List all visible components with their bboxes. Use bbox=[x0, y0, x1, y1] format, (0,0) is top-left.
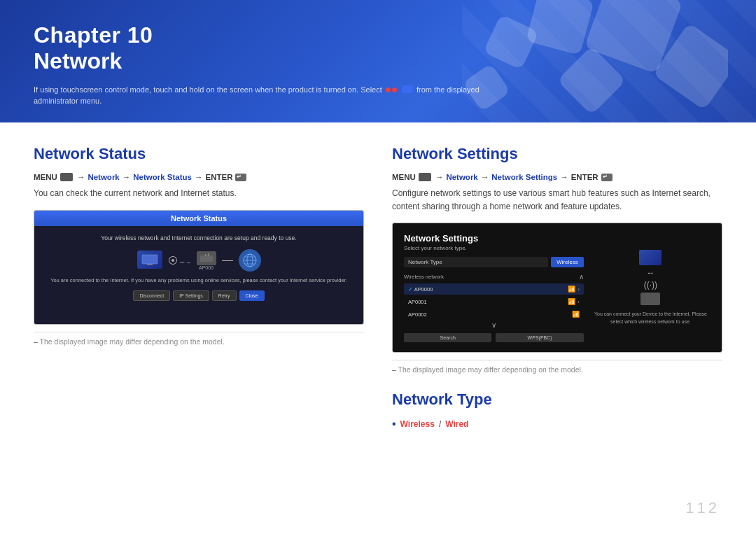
tv-icon bbox=[137, 251, 162, 269]
network-settings-title: Network Settings bbox=[392, 145, 722, 163]
router-icon bbox=[197, 251, 216, 265]
note-divider-right bbox=[392, 360, 722, 360]
svg-rect-0 bbox=[142, 255, 158, 264]
network-settings-menu-path: MENU → Network → Network Settings → ENTE… bbox=[392, 173, 722, 181]
menu-settings-item: Network Settings bbox=[491, 173, 557, 181]
bullet-separator: / bbox=[439, 419, 441, 429]
network-settings-desc: Configure network settings to use variou… bbox=[392, 187, 722, 213]
ns-wireless-label: Wireless network ∧ bbox=[404, 273, 584, 281]
ns-left-panel: Network Settings Select your network typ… bbox=[404, 233, 584, 342]
network-status-section: Network Status MENU → Network → Network … bbox=[34, 145, 364, 430]
svg-rect-4 bbox=[208, 253, 209, 256]
wps-btn[interactable]: WPS(PBC) bbox=[496, 333, 583, 342]
arrow-icon-1: › bbox=[578, 299, 580, 305]
header-banner: Chapter 10 Network If using touchscreen … bbox=[0, 0, 756, 122]
network-type-section: Network Type • Wireless / Wired bbox=[392, 391, 722, 430]
enter-label-r: ENTER bbox=[571, 173, 598, 181]
ip-settings-btn[interactable]: IP Settings bbox=[173, 290, 209, 301]
header-desc-text: If using touchscreen control mode, touch… bbox=[34, 85, 382, 94]
globe-icon bbox=[239, 249, 261, 272]
menu-label-r: MENU bbox=[392, 173, 416, 181]
chapter-number: 10 bbox=[127, 22, 153, 48]
network-status-desc: You can check the current network and In… bbox=[34, 187, 364, 200]
wifi-waves: ⦿ ∼ ∼ bbox=[168, 255, 191, 266]
tv-device bbox=[137, 251, 162, 270]
network-type-bullet: • Wireless / Wired bbox=[392, 419, 722, 430]
menu-box-icon bbox=[60, 173, 73, 181]
red-dot-1 bbox=[386, 87, 391, 92]
ap-item-1[interactable]: AP0001 📶 › bbox=[404, 296, 584, 307]
ap-item-0[interactable]: AP0000 📶 › bbox=[404, 283, 584, 295]
arrow-3: → bbox=[195, 173, 203, 181]
connection-line bbox=[222, 260, 233, 262]
ns-router-icon bbox=[640, 293, 660, 305]
enter-icon bbox=[235, 174, 246, 181]
chapter-word: Chapter bbox=[34, 22, 120, 48]
svg-rect-2 bbox=[200, 255, 213, 262]
page-number: 112 bbox=[685, 499, 720, 517]
network-settings-section: Network Settings MENU → Network → Networ… bbox=[392, 145, 722, 430]
screenshot-buttons: Disconnect IP Settings Retry Close bbox=[44, 290, 354, 301]
menu-label: MENU bbox=[34, 173, 57, 181]
wired-link[interactable]: Wired bbox=[445, 419, 468, 429]
network-status-menu-path: MENU → Network → Network Status → ENTER bbox=[34, 173, 364, 181]
arrow-2: → bbox=[122, 173, 131, 181]
red-dots-icon bbox=[386, 87, 397, 92]
ns-title: Network Settings bbox=[404, 233, 584, 244]
arrow-r1: → bbox=[435, 173, 444, 181]
note-left: – The displayed image may differ dependi… bbox=[34, 337, 364, 347]
search-btn[interactable]: Search bbox=[404, 333, 491, 342]
network-type-title: Network Type bbox=[392, 391, 722, 409]
bullet-dot-icon: • bbox=[392, 419, 396, 430]
network-status-title: Network Status bbox=[34, 145, 364, 163]
red-dot-2 bbox=[392, 87, 397, 92]
ns-chevron-down: ∨ bbox=[404, 321, 584, 329]
note-right-text: The displayed image may differ depending… bbox=[398, 365, 583, 374]
wifi-icon-2: 📶 bbox=[572, 311, 580, 318]
menu-network: Network bbox=[88, 173, 119, 181]
ap-name-1: AP0001 bbox=[408, 299, 568, 305]
wifi-icon-0: 📶 bbox=[568, 286, 575, 293]
main-content: Network Status MENU → Network → Network … bbox=[0, 122, 756, 447]
chevron-up-icon: ∧ bbox=[579, 273, 584, 281]
arrow-r2: → bbox=[481, 173, 489, 181]
bg-shape-3 bbox=[526, 0, 594, 55]
header-shapes bbox=[448, 0, 728, 122]
router-svg bbox=[200, 253, 214, 263]
ap-item-2[interactable]: AP0002 📶 bbox=[404, 309, 584, 320]
ns-type-row: Network Type Wireless bbox=[404, 257, 584, 267]
router-device: AP000 bbox=[197, 251, 216, 270]
close-btn[interactable]: Close bbox=[239, 290, 265, 301]
tv-svg bbox=[141, 254, 158, 265]
enter-label: ENTER bbox=[205, 173, 232, 181]
network-settings-screenshot: Network Settings Select your network typ… bbox=[392, 223, 722, 353]
bg-shape-6 bbox=[462, 63, 511, 112]
ap-name-0: AP0000 bbox=[408, 286, 568, 293]
ns-body: Network Settings Select your network typ… bbox=[393, 223, 722, 352]
net-diagram: ⦿ ∼ ∼ AP000 bbox=[44, 249, 354, 272]
net-msg-2: You are connected to the Internet. If yo… bbox=[44, 277, 354, 285]
ns-tv-icon bbox=[639, 250, 662, 265]
ap-name-2: AP0002 bbox=[408, 311, 572, 318]
ns-bottom-buttons: Search WPS(PBC) bbox=[404, 333, 584, 342]
network-status-screenshot: Network Status Your wireless network and… bbox=[34, 210, 364, 325]
ns-type-value: Wireless bbox=[551, 257, 584, 267]
arrow-1: → bbox=[77, 173, 85, 181]
disconnect-btn[interactable]: Disconnect bbox=[133, 290, 170, 301]
globe-svg bbox=[243, 253, 257, 267]
ap-label: AP000 bbox=[197, 265, 216, 270]
enter-icon-r bbox=[601, 174, 612, 181]
wireless-link[interactable]: Wireless bbox=[400, 419, 435, 429]
svg-rect-3 bbox=[205, 254, 206, 256]
retry-btn[interactable]: Retry bbox=[212, 290, 237, 301]
svg-rect-1 bbox=[147, 264, 153, 265]
note-right: – The displayed image may differ dependi… bbox=[392, 365, 722, 375]
ns-right-panel: ↔ ((·)) You can connect your Device to t… bbox=[591, 233, 710, 342]
ns-right-devices: ↔ ((·)) bbox=[639, 250, 662, 305]
ns-right-text: You can connect your Device to the Inter… bbox=[591, 311, 710, 325]
wireless-label-text: Wireless network bbox=[404, 274, 444, 280]
header-description: If using touchscreen control mode, touch… bbox=[34, 84, 510, 107]
ns-type-label: Network Type bbox=[404, 257, 548, 267]
net-msg-1: Your wireless network and Internet conne… bbox=[44, 234, 354, 243]
arrow-icon-0: › bbox=[578, 286, 580, 293]
